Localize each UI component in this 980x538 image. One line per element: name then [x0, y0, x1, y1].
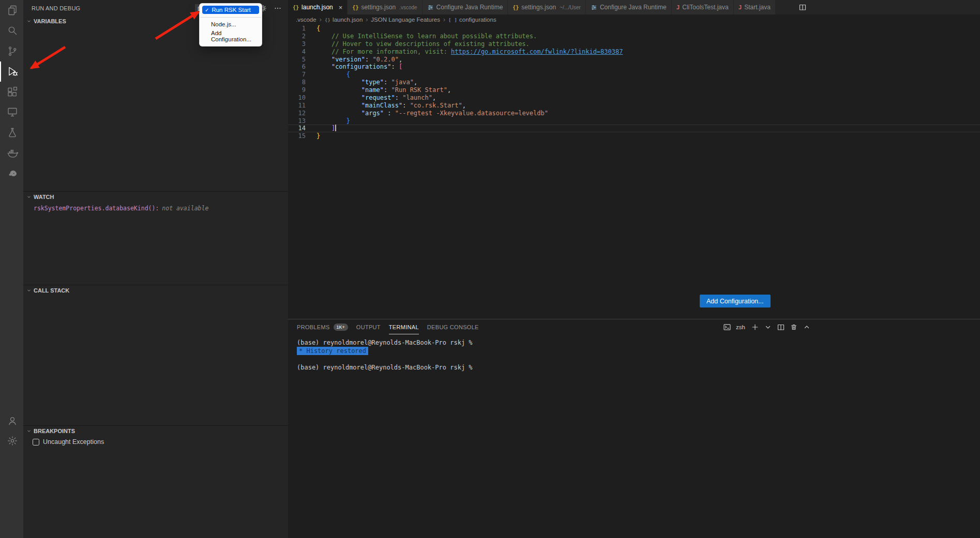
explorer-icon	[6, 4, 19, 17]
breakpoint-row[interactable]: Uncaught Exceptions	[23, 436, 288, 445]
activity-bar-item-docker[interactable]	[0, 143, 23, 164]
activity-bar-item-search[interactable]	[0, 21, 23, 41]
editor-area: {}launch.json×{}settings.json.vscodeConf…	[288, 0, 980, 319]
activity-bar-bottom	[0, 410, 23, 451]
section-header-watch[interactable]: WATCH	[23, 191, 288, 202]
panel-tab-terminal[interactable]: TERMINAL	[389, 319, 419, 334]
activity-bar-item-run-and-debug[interactable]	[0, 62, 23, 82]
shell-label[interactable]: zsh	[736, 324, 745, 330]
line-number: 11	[288, 102, 306, 110]
terminal-line	[297, 355, 980, 363]
code-line: 10 "request": "launch",	[288, 94, 980, 102]
menu-item-node-js[interactable]: Node.js...	[200, 20, 262, 28]
breakpoint-label: Uncaught Exceptions	[43, 438, 104, 445]
editor-tab-settings-json[interactable]: {}settings.json.vscode	[348, 0, 422, 14]
code-line: 13 }	[288, 117, 980, 125]
code-text: "configurations": [	[306, 63, 402, 71]
editor-tab-start-java[interactable]: JStart.java	[734, 0, 776, 14]
breadcrumb-item[interactable]: launch.json	[333, 17, 363, 23]
panel-tab-problems[interactable]: PROBLEMS1K+	[297, 319, 348, 334]
line-number: 5	[288, 56, 306, 64]
code-line: 15}	[288, 132, 980, 140]
json-file-icon: {}	[352, 5, 358, 10]
panel-tab-debug-console[interactable]: DEBUG CONSOLE	[427, 319, 479, 334]
panel-tab-label: PROBLEMS	[297, 324, 330, 330]
section-header-breakpoints[interactable]: BREAKPOINTS	[23, 425, 288, 436]
panel-tab-output[interactable]: OUTPUT	[356, 319, 381, 334]
panel-tab-label: TERMINAL	[389, 324, 419, 330]
editor-tab-settings-json[interactable]: {}settings.json~/.../User	[508, 0, 586, 14]
tab-label: Configure Java Runtime	[600, 4, 667, 11]
line-number: 4	[288, 48, 306, 56]
line-number: 13	[288, 117, 306, 125]
maximize-panel-icon[interactable]	[803, 323, 811, 331]
watch-expression-row[interactable]: rskSystemProperties.databaseKind():not a…	[23, 202, 288, 212]
menu-separator	[200, 17, 261, 18]
array-symbol-icon: [ ]	[448, 17, 457, 23]
watch-value: not available	[162, 205, 208, 212]
editor-tabs: {}launch.json×{}settings.json.vscodeConf…	[288, 0, 776, 14]
activity-bar-item-remote-explorer[interactable]	[0, 102, 23, 123]
checkbox-unchecked[interactable]	[33, 439, 39, 445]
activity-bar-item-testing[interactable]	[0, 122, 23, 143]
line-number: 2	[288, 33, 306, 40]
breadcrumb-separator: ›	[320, 16, 322, 23]
terminal-line: (base) reynoldmorel@Reynolds-MacBook-Pro…	[297, 363, 980, 372]
more-actions-icon[interactable]	[274, 4, 282, 12]
terminal-icon	[723, 323, 731, 331]
activity-bar-item-gradle[interactable]	[0, 163, 23, 184]
split-editor-icon[interactable]	[798, 3, 807, 11]
code-text: {	[306, 71, 350, 79]
terminal-line: * History restored	[297, 347, 980, 355]
kill-terminal-icon[interactable]	[790, 323, 798, 331]
add-configuration-button[interactable]: Add Configuration...	[700, 295, 771, 308]
remote-explorer-icon	[6, 106, 19, 118]
breadcrumb-item[interactable]: JSON Language Features	[371, 17, 440, 23]
code-text: {	[306, 25, 320, 33]
editor-tab-configure-java-runtime[interactable]: Configure Java Runtime	[423, 0, 508, 14]
text-cursor	[335, 125, 336, 131]
menu-item-add-configuration[interactable]: Add Configuration...	[200, 28, 262, 43]
editor-tab-configure-java-runtime[interactable]: Configure Java Runtime	[586, 0, 672, 14]
minimap[interactable]	[771, 25, 812, 48]
activity-bar-item-accounts[interactable]	[0, 410, 23, 431]
code-text: // Hover to view descriptions of existin…	[306, 40, 530, 48]
terminal-profiles-chevron-icon[interactable]	[764, 323, 772, 331]
breadcrumb-item[interactable]: configurations	[459, 17, 496, 23]
debug-config-dropdown-menu: ✓ Run RSK Start Node.js...Add Configurat…	[199, 3, 262, 47]
tab-detail: .vscode	[399, 5, 417, 10]
line-number: 8	[288, 79, 306, 86]
tab-label: CliToolsTest.java	[682, 4, 728, 11]
tab-label: settings.json	[521, 4, 556, 11]
code-editor[interactable]: 1{2 // Use IntelliSense to learn about p…	[288, 25, 980, 140]
code-line: 14 ]	[288, 125, 980, 132]
json-file-icon: {}	[512, 5, 519, 10]
docker-icon	[6, 147, 19, 159]
menu-item-run-rsk-start[interactable]: ✓ Run RSK Start	[202, 6, 259, 14]
breadcrumb-item[interactable]: .vscode	[296, 17, 316, 23]
code-line: 3 // Hover to view descriptions of exist…	[288, 40, 980, 48]
editor-tab-launch-json[interactable]: {}launch.json×	[288, 0, 348, 14]
section-header-call-stack[interactable]: CALL STACK	[23, 285, 288, 295]
activity-bar-item-source-control[interactable]	[0, 41, 23, 62]
activity-bar-item-extensions[interactable]	[0, 82, 23, 102]
chevron-down-icon	[26, 428, 32, 434]
history-restored-message: * History restored	[297, 347, 368, 355]
code-line: 9 "name": "Run RSK Start",	[288, 86, 980, 94]
tab-label: Start.java	[744, 4, 771, 11]
line-number: 10	[288, 94, 306, 102]
terminal-line: (base) reynoldmorel@Reynolds-MacBook-Pro…	[297, 339, 980, 347]
activity-bar-item-manage[interactable]	[0, 431, 23, 452]
sidebar-title: RUN AND DEBUG	[32, 5, 80, 11]
split-terminal-icon[interactable]	[777, 323, 785, 331]
editor-tab-clitoolstest-java[interactable]: JCliToolsTest.java	[672, 0, 734, 14]
terminal-output[interactable]: (base) reynoldmorel@Reynolds-MacBook-Pro…	[288, 334, 980, 372]
panel-header: PROBLEMS1K+OUTPUTTERMINALDEBUG CONSOLE z…	[288, 319, 980, 334]
line-number: 1	[288, 25, 306, 33]
new-terminal-icon[interactable]	[751, 323, 759, 331]
line-number: 15	[288, 132, 306, 140]
close-icon[interactable]: ×	[339, 4, 343, 11]
breadcrumb: .vscode›{}launch.json›JSON Language Feat…	[288, 14, 980, 25]
line-number: 7	[288, 71, 306, 79]
activity-bar-item-explorer[interactable]	[0, 0, 23, 21]
